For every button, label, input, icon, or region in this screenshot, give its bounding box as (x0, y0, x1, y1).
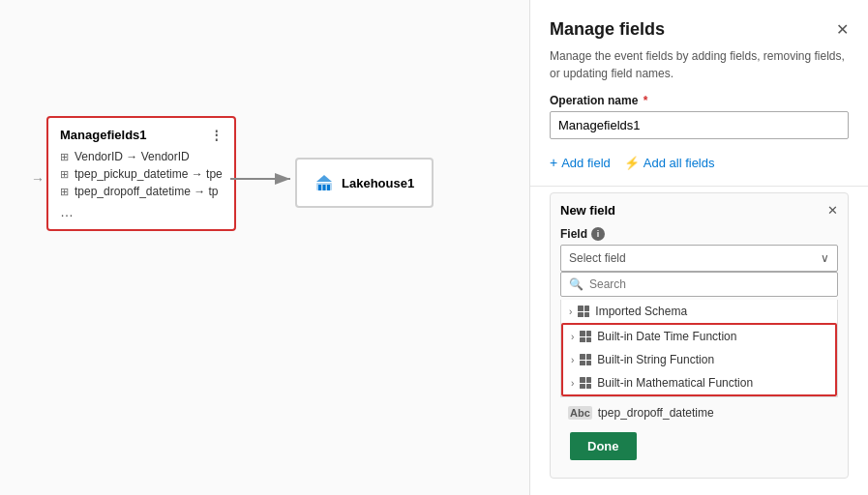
dropdown-list: › Imported Schema › Built-in Date Time F… (560, 300, 838, 397)
highlighted-group: › Built-in Date Time Function › Built-in… (561, 323, 837, 396)
node-menu-icon[interactable]: ⋮ (210, 128, 223, 142)
node-more: … (60, 204, 223, 219)
manage-fields-panel: Manage fields ✕ Manage the event fields … (529, 0, 868, 495)
field-icon-2: ⊞ (60, 168, 69, 181)
search-input[interactable] (589, 277, 829, 291)
done-bar: Done (560, 424, 838, 468)
node-field-1: ⊞ VendorID → VendorID (60, 150, 223, 163)
select-field-dropdown[interactable]: Select field ∨ (560, 245, 838, 272)
table-icon (578, 306, 589, 317)
table-icon-dt (580, 331, 591, 342)
abc-icon: Abc (568, 406, 592, 420)
new-field-header: New field ✕ (560, 203, 838, 218)
add-field-button[interactable]: + Add field (550, 155, 611, 170)
dropdown-item-string[interactable]: › Built-in String Function (563, 348, 835, 371)
footer-field-item: Abc tpep_dropoff_datetime (560, 401, 838, 424)
dropdown-item-datetime[interactable]: › Built-in Date Time Function (563, 325, 835, 348)
svg-marker-5 (316, 175, 332, 182)
new-field-close-button[interactable]: ✕ (827, 203, 838, 218)
search-box[interactable]: 🔍 (560, 272, 838, 297)
divider (530, 186, 868, 187)
lakehouse-node[interactable]: Lakehouse1 (295, 158, 434, 208)
new-field-section: New field ✕ Field i Select field ∨ 🔍 › (550, 192, 849, 479)
table-icon-str (580, 354, 591, 365)
svg-rect-3 (323, 185, 326, 190)
svg-rect-2 (318, 185, 321, 190)
field-icon-3: ⊞ (60, 186, 69, 198)
chevron-right-icon-str: › (571, 355, 574, 365)
svg-rect-4 (327, 185, 330, 190)
canvas-area: → Managefields1 ⋮ ⊞ VendorID → VendorID … (0, 0, 529, 495)
info-icon: i (591, 227, 605, 241)
panel-header: Manage fields ✕ (530, 0, 868, 47)
table-icon-math (580, 377, 591, 389)
node-title: Managefields1 (60, 128, 147, 142)
panel-close-button[interactable]: ✕ (836, 20, 849, 39)
lakehouse-icon (314, 173, 334, 192)
node-field-3: ⊞ tpep_dropoff_datetime → tp (60, 185, 223, 198)
chevron-down-icon: ∨ (821, 251, 829, 265)
node-header: Managefields1 ⋮ (60, 128, 223, 142)
add-all-fields-button[interactable]: ⚡ Add all fields (624, 156, 715, 170)
lightning-icon: ⚡ (624, 156, 640, 170)
select-field-wrapper: Select field ∨ 🔍 › Imported Schema › (560, 245, 838, 397)
chevron-right-icon: › (569, 306, 572, 317)
operation-label: Operation name * (550, 94, 849, 107)
panel-description: Manage the event fields by adding fields… (530, 47, 868, 94)
done-button[interactable]: Done (570, 432, 637, 460)
new-field-title: New field (560, 203, 615, 218)
panel-title: Manage fields (550, 19, 665, 40)
dropdown-item-imported[interactable]: › Imported Schema (561, 300, 837, 323)
lakehouse-title: Lakehouse1 (342, 176, 414, 190)
dropdown-item-math[interactable]: › Built-in Mathematical Function (563, 371, 835, 394)
node-field-2: ⊞ tpep_pickup_datetime → tpe (60, 167, 223, 181)
search-icon: 🔍 (569, 277, 584, 291)
field-info-label: Field i (560, 227, 838, 241)
plus-icon: + (550, 155, 557, 170)
chevron-right-icon-dt: › (571, 332, 574, 342)
arrow-input: → (31, 171, 45, 187)
operation-name-section: Operation name * (530, 94, 868, 151)
manage-fields-node[interactable]: Managefields1 ⋮ ⊞ VendorID → VendorID ⊞ … (46, 116, 236, 231)
connector-arrow (0, 0, 523, 495)
action-bar: + Add field ⚡ Add all fields (530, 151, 868, 180)
operation-name-input[interactable] (550, 111, 849, 139)
chevron-right-icon-math: › (571, 378, 574, 389)
field-icon-1: ⊞ (60, 151, 69, 163)
